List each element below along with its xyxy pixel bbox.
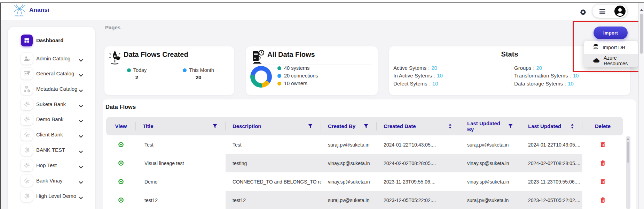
import-dropdown-menu: Import DB Azure Resources <box>584 41 638 67</box>
chevron-down-icon[interactable] <box>79 57 83 64</box>
legend-dot-yellow <box>277 82 281 85</box>
user-menu-pill[interactable] <box>592 5 627 18</box>
sort-icon[interactable] <box>571 124 574 129</box>
chevron-down-icon[interactable] <box>79 103 83 109</box>
column-header-last-updated-by[interactable]: Last Updated By <box>460 117 521 135</box>
chevron-down-icon[interactable] <box>79 133 83 140</box>
cell-last-updated: 2024-01-22T10:43:05.... <box>521 135 582 154</box>
chevron-down-icon[interactable] <box>79 164 83 170</box>
bank-mandala-icon <box>21 113 33 125</box>
app-bar <box>1 3 638 20</box>
delete-trash-icon[interactable] <box>600 160 605 166</box>
legend-label: 40 systems <box>284 65 309 71</box>
cell-created-date: 2023-11-23T09:55:06.... <box>377 172 460 191</box>
stat-label: Groups <box>514 65 531 71</box>
sidebar-item-hop-test[interactable]: Hop Test <box>8 159 95 172</box>
sidebar-item-metadata-catalog[interactable]: Metadata Catalog <box>8 83 95 96</box>
stat-value: 10 <box>568 81 574 87</box>
sidebar-item-label: High Level Demo <box>36 190 76 202</box>
sidebar-item-client-bank[interactable]: Client Bank <box>8 129 95 142</box>
sidebar-item-label: Hop Test <box>36 159 57 171</box>
table-row: Visual lineage test testing vinay.sp@suk… <box>106 154 623 173</box>
filter-icon[interactable] <box>308 124 313 128</box>
metric-label: This Month <box>189 67 214 73</box>
stat-value: 20 <box>536 65 542 71</box>
column-label: Delete <box>595 123 611 129</box>
app-window: ANANSI Anansi Dashboard <box>0 0 644 209</box>
column-label: Last Updated By <box>467 120 508 132</box>
metric-value: 20 <box>176 74 221 80</box>
scroll-up-arrow-icon[interactable] <box>627 138 629 140</box>
filter-icon[interactable] <box>213 124 217 128</box>
cell-description: test12 <box>226 191 321 209</box>
delete-trash-icon[interactable] <box>600 197 605 203</box>
menu-item-azure-resources[interactable]: Azure Resources <box>584 54 638 67</box>
sidebar-item-high-level-demo[interactable]: High Level Demo <box>8 190 95 203</box>
sidebar-item-admin-catalog[interactable]: Admin Catalog <box>8 53 95 66</box>
metric-value: 2 <box>114 74 159 80</box>
data-flows-donut-chart <box>250 66 272 88</box>
column-label: Title <box>143 123 154 129</box>
page-scrollbar-thumb[interactable] <box>640 14 643 54</box>
chevron-down-icon[interactable] <box>79 88 83 94</box>
table-scrollbar[interactable] <box>626 136 630 209</box>
cell-created-by: vinay.sp@suketa.in <box>321 172 377 191</box>
legend-item-owners: 10 owners <box>277 81 307 86</box>
column-header-last-updated[interactable]: Last Updated <box>521 117 582 135</box>
view-eye-icon[interactable] <box>118 179 124 185</box>
bank-mandala-icon <box>21 175 33 187</box>
stat-line: Active Sytems:20 <box>393 64 443 72</box>
page-scrollbar[interactable] <box>638 3 644 209</box>
column-label: View <box>115 123 127 129</box>
stat-value: 10 <box>432 81 438 87</box>
cell-last-updated-by: vinay.sp@suketa.in <box>460 172 521 191</box>
column-header-title[interactable]: Title <box>136 117 226 135</box>
chevron-down-icon[interactable] <box>79 118 83 124</box>
bank-mandala-icon <box>21 190 33 202</box>
sidebar-item-bank-vinay[interactable]: Bank Vinay <box>8 175 95 188</box>
import-button[interactable]: Import <box>594 27 628 39</box>
filter-icon[interactable] <box>508 124 513 128</box>
scroll-up-arrow-icon[interactable] <box>640 9 643 11</box>
legend-item-connections: 20 connections <box>277 73 318 79</box>
user-avatar-icon[interactable] <box>614 6 626 17</box>
dashboard-icon <box>21 35 33 46</box>
hamburger-icon[interactable] <box>599 9 605 13</box>
cloud-icon <box>593 58 600 64</box>
system-clock-doodle-icon <box>249 48 265 66</box>
table-row: Demo CONNECTED_TO and BELONGS_TO relatio… <box>106 172 623 191</box>
cell-title: Demo <box>136 172 226 191</box>
menu-item-import-db[interactable]: Import DB <box>584 41 638 54</box>
sidebar-item-bank-test[interactable]: BANK TEST <box>8 144 95 157</box>
column-header-created-date[interactable]: Created Date <box>377 117 460 135</box>
delete-trash-icon[interactable] <box>600 142 605 148</box>
column-label: Last Updated <box>528 123 561 129</box>
gear-icon[interactable] <box>579 8 587 16</box>
chevron-down-icon[interactable] <box>79 179 83 186</box>
stats-right-column: Groups:20 Transformation Sytems:10 Data … <box>514 64 579 88</box>
cell-last-updated: 2023-11-23T09:55:06.... <box>521 172 582 191</box>
brand-logo[interactable]: ANANSI <box>12 3 27 18</box>
chevron-down-icon[interactable] <box>79 149 83 155</box>
delete-trash-icon[interactable] <box>600 179 605 185</box>
view-eye-icon[interactable] <box>118 142 124 148</box>
legend-dot-blue <box>183 68 187 72</box>
chevron-down-icon[interactable] <box>79 72 83 79</box>
column-header-description[interactable]: Description <box>226 117 321 135</box>
column-header-view[interactable]: View <box>106 117 136 135</box>
filter-icon[interactable] <box>364 124 368 128</box>
sidebar-item-suketa-bank[interactable]: Suketa Bank <box>8 98 95 111</box>
sort-icon[interactable] <box>448 124 452 129</box>
cell-created-date: 2024-02-02T08:28:05.... <box>377 154 460 172</box>
sidebar-item-demo-bank[interactable]: Demo Bank <box>8 113 95 126</box>
stat-value: 20 <box>431 65 437 71</box>
column-header-delete[interactable]: Delete <box>582 117 623 135</box>
chevron-down-icon[interactable] <box>79 195 83 201</box>
sidebar-item-dashboard[interactable]: Dashboard <box>8 35 95 47</box>
column-header-created-by[interactable]: Created By <box>321 117 377 135</box>
sidebar-item-general-catalog[interactable]: General Catalog <box>8 68 95 81</box>
view-eye-icon[interactable] <box>118 160 124 166</box>
table-scrollbar-thumb[interactable] <box>627 142 629 163</box>
cell-description: testing <box>226 154 321 172</box>
view-eye-icon[interactable] <box>118 197 124 203</box>
